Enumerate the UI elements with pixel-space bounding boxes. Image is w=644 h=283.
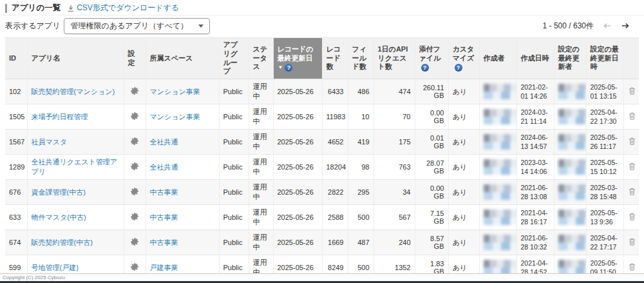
cell-fields: 295 [348, 180, 374, 205]
space-link[interactable]: 全社共通 [150, 138, 178, 146]
cell-delete[interactable] [623, 104, 639, 130]
cell-attachments: 0.01 GB [415, 130, 448, 155]
cell-config_updater [554, 180, 586, 205]
cell-settings[interactable] [124, 155, 146, 180]
column-header-group[interactable]: アプリグループ [219, 38, 249, 79]
app-settings-button[interactable] [130, 237, 139, 246]
column-header-records[interactable]: レコード数 [322, 38, 348, 79]
column-header-config_updater[interactable]: 設定の最終更新者 [554, 38, 586, 79]
cell-records: 2588 [322, 205, 348, 230]
cell-config_updated: 2025-04-22 17:30 [586, 104, 623, 130]
cell-settings[interactable] [124, 79, 146, 104]
cell-name: 販売契約管理(中古) [27, 230, 124, 255]
column-header-api[interactable]: 1日のAPIリクエスト数 [374, 38, 415, 79]
column-header-attachments[interactable]: 添付ファイル? [415, 38, 448, 79]
delete-app-button[interactable] [628, 262, 636, 271]
help-icon[interactable]: ? [455, 64, 462, 72]
space-link[interactable]: マンション事業 [150, 113, 200, 121]
space-link[interactable]: 戸建事業 [150, 264, 178, 271]
column-header-created[interactable]: 作成日時 [516, 38, 554, 79]
cell-fields: 419 [348, 130, 374, 155]
cell-settings[interactable] [124, 205, 146, 230]
prev-page-button [603, 22, 612, 30]
trash-icon [628, 137, 636, 146]
cell-delete[interactable] [623, 230, 639, 255]
space-link[interactable]: 中古事業 [150, 188, 178, 196]
column-header-settings[interactable]: 設定 [124, 38, 146, 79]
app-settings-button[interactable] [130, 86, 139, 95]
space-link[interactable]: マンション事業 [150, 88, 200, 95]
cell-settings[interactable] [124, 104, 146, 130]
column-header-name[interactable]: アプリ名 [27, 38, 124, 79]
cell-delete[interactable] [623, 79, 639, 104]
column-header-id[interactable]: ID [5, 38, 27, 79]
csv-download-button[interactable]: CSV形式でダウンロードする [67, 3, 179, 14]
cell-group: Public [219, 180, 249, 205]
cell-records: 1669 [322, 230, 348, 255]
delete-app-button[interactable] [628, 137, 636, 146]
app-name-link[interactable]: 販売契約管理(マンション) [32, 88, 115, 95]
delete-app-button[interactable] [628, 187, 636, 196]
column-header-creator[interactable]: 作成者 [479, 38, 516, 79]
app-settings-button[interactable] [130, 187, 139, 196]
cell-api: 175 [374, 130, 415, 155]
title-bar: アプリの一覧 CSV形式でダウンロードする [0, 0, 644, 15]
app-name-link[interactable]: 資金課管理(中古) [32, 188, 86, 196]
column-header-status[interactable]: ステータス [249, 38, 273, 79]
column-header-delete [623, 38, 639, 79]
cell-config_updated: 2025-05-26 11:17 [586, 130, 623, 155]
cell-status: 運用中 [249, 104, 273, 130]
app-name-link[interactable]: 号地管理(戸建) [32, 264, 79, 271]
next-page-button[interactable] [621, 22, 630, 30]
cell-name: 来場予約日程管理 [27, 104, 124, 130]
space-link[interactable]: 中古事業 [150, 239, 178, 246]
gear-icon [130, 137, 139, 146]
column-header-fields[interactable]: フィールド数 [348, 38, 374, 79]
cell-settings[interactable] [124, 180, 146, 205]
app-name-link[interactable]: 全社共通リクエスト管理アプリ [32, 158, 118, 175]
column-header-space[interactable]: 所属スペース [146, 38, 219, 79]
delete-app-button[interactable] [628, 112, 636, 121]
app-settings-button[interactable] [130, 137, 139, 146]
delete-app-button[interactable] [628, 212, 636, 221]
cell-config_updated: 2025-05-13 9:36 [586, 205, 623, 230]
delete-app-button[interactable] [628, 237, 636, 246]
help-icon[interactable]: ? [421, 64, 429, 72]
column-header-config_updated[interactable]: 設定の最終更新日時 [586, 38, 623, 79]
cell-customize: あり [448, 155, 479, 180]
app-name-link[interactable]: 来場予約日程管理 [32, 113, 88, 121]
column-header-record_updated[interactable]: レコードの最終更新日▼? [273, 38, 322, 79]
app-settings-button[interactable] [130, 212, 139, 221]
help-icon[interactable]: ? [285, 64, 292, 72]
cell-delete[interactable] [623, 130, 639, 155]
filter-label: 表示するアプリ [5, 21, 60, 32]
delete-app-button[interactable] [628, 162, 636, 171]
gear-icon [130, 187, 139, 196]
app-settings-button[interactable] [130, 112, 139, 121]
space-link[interactable]: 中古事業 [150, 213, 178, 221]
cell-id: 676 [5, 180, 27, 205]
cell-settings[interactable] [124, 230, 146, 255]
cell-record_updated: 2025-05-26 [273, 155, 322, 180]
cell-settings[interactable] [124, 130, 146, 155]
cell-config_updated: 2025-05-15 10:12 [586, 155, 623, 180]
filter-dropdown[interactable]: 管理権限のあるアプリ（すべて） [64, 18, 210, 34]
cell-config_updater [554, 104, 586, 130]
app-name-link[interactable]: 社員マスタ [32, 138, 68, 146]
column-header-customize[interactable]: カスタマイズ? [448, 38, 479, 79]
space-link[interactable]: 全社共通 [150, 163, 178, 171]
cell-name: 販売契約管理(マンション) [27, 79, 124, 104]
config-updater-redacted [558, 84, 587, 99]
app-settings-button[interactable] [130, 262, 139, 271]
cell-status: 運用中 [249, 230, 273, 255]
csv-download-link[interactable]: CSV形式でダウンロードする [77, 3, 179, 14]
trash-icon [628, 86, 636, 95]
app-name-link[interactable]: 物件マスタ(中古) [32, 213, 86, 221]
app-name-link[interactable]: 販売契約管理(中古) [32, 239, 93, 246]
app-settings-button[interactable] [130, 162, 139, 171]
cell-delete[interactable] [623, 180, 639, 205]
delete-app-button[interactable] [628, 86, 636, 95]
cell-delete[interactable] [623, 155, 639, 180]
cell-delete[interactable] [623, 205, 639, 230]
creator-redacted [484, 210, 517, 225]
